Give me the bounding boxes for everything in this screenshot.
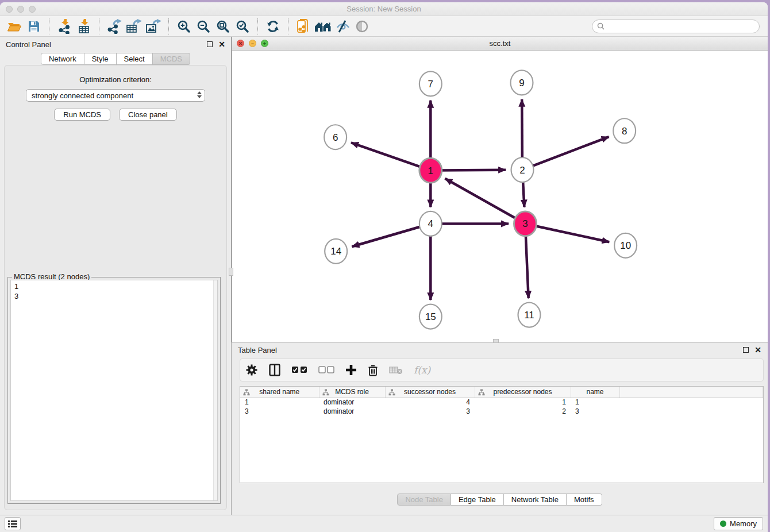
tab-motifs[interactable]: Motifs: [567, 494, 602, 506]
import-network-button[interactable]: [55, 18, 74, 35]
close-panel-button[interactable]: Close panel: [119, 109, 177, 121]
graph-edge-1-2[interactable]: [437, 170, 506, 171]
svg-text:14: 14: [330, 246, 341, 257]
horizontal-splitter-handle[interactable]: [493, 339, 499, 343]
tab-select[interactable]: Select: [117, 53, 153, 65]
export-image-button[interactable]: [144, 18, 163, 35]
table-cell[interactable]: 1: [571, 398, 619, 407]
graph-edge-3-11[interactable]: [526, 230, 529, 298]
minimize-network-window-button[interactable]: −: [249, 40, 256, 47]
column-header[interactable]: name: [571, 387, 619, 398]
export-network-button[interactable]: [105, 18, 124, 35]
graph-node-2[interactable]: 2: [511, 157, 534, 182]
table-cell[interactable]: 1: [475, 398, 571, 407]
main-area: Control Panel ✕ Network Style Select MCD…: [0, 37, 768, 515]
refresh-button[interactable]: [263, 18, 283, 35]
toolbar-separator: [288, 18, 288, 34]
run-mcds-button[interactable]: Run MCDS: [54, 109, 110, 121]
tab-network[interactable]: Network: [41, 53, 84, 65]
graph-edge-3-1[interactable]: [445, 179, 519, 221]
open-session-button[interactable]: [5, 18, 24, 35]
unselect-all-columns-icon[interactable]: [318, 366, 334, 374]
table-cell[interactable]: 3: [240, 407, 319, 416]
column-type-icon: [322, 389, 329, 396]
close-network-window-button[interactable]: ✕: [237, 40, 244, 47]
close-table-panel-icon[interactable]: ✕: [754, 347, 761, 353]
graph-node-10[interactable]: 10: [614, 233, 637, 258]
zoom-fit-button[interactable]: [213, 18, 233, 35]
network-overview-button[interactable]: [313, 18, 333, 35]
tab-edge-table[interactable]: Edge Table: [451, 494, 504, 506]
graph-node-9[interactable]: 9: [511, 70, 533, 95]
column-type-icon: [243, 389, 250, 396]
tab-style[interactable]: Style: [84, 53, 117, 65]
graph-edge-2-9[interactable]: [522, 99, 522, 163]
control-panel-tabs: Network Style Select MCDS: [0, 53, 231, 65]
table-cell[interactable]: 4: [385, 398, 475, 407]
table-cell[interactable]: 2: [475, 407, 571, 416]
graph-node-14[interactable]: 14: [325, 239, 347, 264]
svg-text:15: 15: [425, 311, 436, 322]
table-settings-gear-icon[interactable]: [245, 364, 258, 376]
result-scrollbar[interactable]: [213, 280, 217, 500]
table-cell[interactable]: dominator: [319, 398, 385, 407]
node-table[interactable]: shared nameMCDS rolesuccessor nodesprede…: [240, 386, 764, 483]
column-header[interactable]: successor nodes: [385, 387, 475, 398]
create-column-plus-icon[interactable]: [345, 364, 357, 376]
criterion-select[interactable]: strongly connected component: [26, 89, 205, 102]
zoom-selected-button[interactable]: [233, 18, 252, 35]
table-cell[interactable]: 3: [571, 407, 619, 416]
select-all-columns-icon[interactable]: [291, 366, 307, 374]
graph-edge-1-6[interactable]: [351, 142, 424, 168]
save-session-button[interactable]: [24, 18, 44, 35]
graph-node-11[interactable]: 11: [518, 303, 541, 327]
hide-panels-button[interactable]: [333, 18, 352, 35]
control-panel: Control Panel ✕ Network Style Select MCD…: [0, 37, 232, 515]
graph-node-3[interactable]: 3: [514, 211, 537, 236]
import-table-button[interactable]: [74, 18, 94, 35]
table-cell[interactable]: dominator: [319, 407, 385, 416]
mcds-result-area[interactable]: 1 3: [10, 280, 218, 501]
column-header[interactable]: MCDS role: [319, 387, 385, 398]
graph-node-1[interactable]: 1: [419, 158, 442, 183]
table-cell[interactable]: 3: [385, 407, 475, 416]
graph-node-8[interactable]: 8: [613, 118, 636, 143]
delete-column-trash-icon[interactable]: [368, 364, 378, 376]
svg-text:9: 9: [519, 78, 524, 88]
zoom-in-button[interactable]: [174, 18, 194, 35]
graph-node-15[interactable]: 15: [419, 304, 442, 329]
tab-network-table[interactable]: Network Table: [504, 494, 567, 506]
network-canvas[interactable]: 7968124314101511: [232, 51, 768, 342]
memory-button[interactable]: Memory: [714, 517, 763, 530]
export-table-button[interactable]: [124, 18, 144, 35]
graph-edge-2-8[interactable]: [529, 137, 609, 167]
maximize-network-window-button[interactable]: +: [261, 40, 268, 47]
graph-node-4[interactable]: 4: [419, 211, 442, 236]
clone-network-button[interactable]: [294, 18, 313, 35]
close-panel-icon[interactable]: ✕: [218, 41, 225, 47]
vertical-splitter-handle[interactable]: [229, 268, 233, 276]
column-header[interactable]: predecessor nodes: [475, 387, 571, 398]
column-header[interactable]: shared name: [240, 387, 319, 398]
search-box[interactable]: [592, 20, 760, 33]
graph-edge-4-14[interactable]: [352, 226, 424, 246]
graph-node-6[interactable]: 6: [324, 125, 346, 149]
graph-node-7[interactable]: 7: [419, 71, 442, 96]
task-history-button[interactable]: [5, 517, 21, 530]
refresh-icon: [266, 20, 280, 33]
table-row[interactable]: 1dominator411: [240, 398, 763, 407]
float-table-panel-icon[interactable]: [743, 347, 749, 353]
float-panel-icon[interactable]: [207, 41, 213, 47]
table-header-row[interactable]: shared nameMCDS rolesuccessor nodesprede…: [240, 387, 763, 398]
show-columns-icon[interactable]: [269, 364, 280, 376]
table-cell[interactable]: 1: [240, 398, 319, 407]
table-row[interactable]: 3dominator323: [240, 407, 763, 416]
svg-text:1: 1: [428, 165, 433, 176]
search-icon: [597, 22, 605, 30]
tab-node-table[interactable]: Node Table: [397, 494, 451, 506]
show-panels-button[interactable]: [352, 18, 372, 35]
zoom-out-button[interactable]: [194, 18, 213, 35]
graph-edge-3-10[interactable]: [532, 225, 610, 242]
tab-mcds[interactable]: MCDS: [153, 53, 190, 65]
search-input[interactable]: [607, 22, 754, 30]
